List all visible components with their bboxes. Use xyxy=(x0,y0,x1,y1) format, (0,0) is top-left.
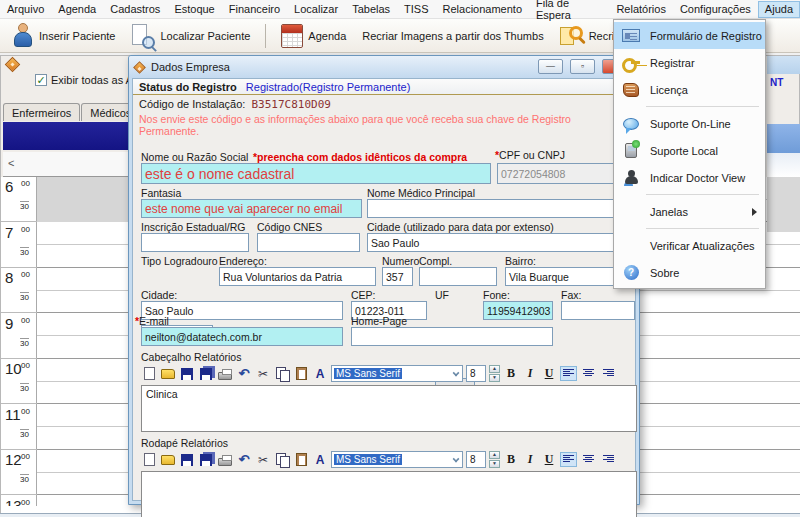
menubar-item-localizar[interactable]: Localizar xyxy=(287,1,345,18)
menu-item-label: Indicar Doctor View xyxy=(650,172,745,184)
paste-icon[interactable] xyxy=(293,452,309,467)
bold-button[interactable]: B xyxy=(503,452,519,467)
underline-button[interactable]: U xyxy=(541,366,557,381)
dialog-title-bar[interactable]: Dados Empresa — ▫ xyxy=(129,56,639,78)
align-center-button[interactable] xyxy=(580,366,597,381)
menubar-item-relatórios[interactable]: Relatórios xyxy=(609,1,673,18)
razao-social-input[interactable]: este é o nome cadastral xyxy=(141,163,491,184)
recreate-images-label: Recriar Imagens a partir dos Thumbs xyxy=(362,30,543,42)
restore-button[interactable]: ▫ xyxy=(570,59,595,74)
cidade-extenso-input[interactable]: Sao Paulo xyxy=(367,233,635,252)
save-icon[interactable] xyxy=(179,452,195,467)
find-patient-button[interactable]: Localizar Paciente xyxy=(125,21,256,51)
new-file-icon[interactable] xyxy=(141,366,157,381)
agenda-right-fade xyxy=(767,153,800,177)
save-all-icon[interactable] xyxy=(198,452,214,467)
menu-item-label: Suporte On-Line xyxy=(650,118,731,130)
compl-input[interactable] xyxy=(419,267,497,286)
align-center-button[interactable] xyxy=(580,452,597,467)
footer-reports-textarea[interactable] xyxy=(141,471,637,517)
menu-item-janelas[interactable]: Janelas xyxy=(614,198,765,225)
print-icon[interactable] xyxy=(217,452,233,467)
menu-item-licenca[interactable]: Licença xyxy=(614,76,765,103)
underline-button[interactable]: U xyxy=(541,452,557,467)
menu-item-suporte-local[interactable]: Suporte Local xyxy=(614,137,765,164)
fax-input[interactable] xyxy=(561,301,635,320)
menubar-item-ajuda[interactable]: Ajuda xyxy=(758,1,800,18)
tab-enfermeiros[interactable]: Enfermeiros xyxy=(3,103,80,121)
cnes-input[interactable] xyxy=(257,233,360,252)
copy-icon[interactable] xyxy=(274,452,290,467)
menu-item-formulario-registro[interactable]: Formulário de Registro xyxy=(614,22,765,49)
menu-bar: ArquivoAgendaCadastrosEstoqueFinanceiroL… xyxy=(0,0,800,19)
bold-button[interactable]: B xyxy=(503,366,519,381)
menubar-item-tiss[interactable]: TISS xyxy=(397,1,435,18)
menu-item-registrar[interactable]: Registrar xyxy=(614,49,765,76)
font-size-spinner[interactable]: ▲▼ xyxy=(489,451,500,468)
numero-input[interactable]: 357 xyxy=(382,267,413,286)
menubar-item-arquivo[interactable]: Arquivo xyxy=(0,1,51,18)
status-value: Registrado(Registro Permanente) xyxy=(246,81,410,93)
time-slot-9: 90030 xyxy=(1,314,37,359)
menubar-item-tabelas[interactable]: Tabelas xyxy=(345,1,397,18)
cep-label: CEP: xyxy=(351,289,376,301)
menubar-item-financeiro[interactable]: Financeiro xyxy=(222,1,287,18)
medico-principal-input[interactable] xyxy=(367,199,635,218)
fone-input[interactable]: 11959412903 xyxy=(483,301,553,320)
homepage-label: Home-Page xyxy=(351,315,407,327)
align-right-button[interactable] xyxy=(600,366,617,381)
endereco-label: Endereço: xyxy=(219,255,267,267)
menu-item-indicar-doctor-view[interactable]: Indicar Doctor View xyxy=(614,164,765,191)
menubar-item-cadastros[interactable]: Cadastros xyxy=(103,1,167,18)
new-file-icon[interactable] xyxy=(141,452,157,467)
undo-icon[interactable]: ↶ xyxy=(236,452,252,467)
header-reports-textarea[interactable]: Clinica xyxy=(141,385,637,432)
align-left-button[interactable] xyxy=(560,366,577,381)
inscricao-input[interactable] xyxy=(141,233,249,252)
installation-code-row: Código de Instalação: B3517C810D09 xyxy=(133,95,635,111)
italic-button[interactable]: I xyxy=(522,366,538,381)
installation-code-value: B3517C810D09 xyxy=(251,98,330,111)
open-folder-icon[interactable] xyxy=(160,452,176,467)
menubar-item-configurações[interactable]: Configurações xyxy=(673,1,758,18)
font-icon[interactable]: A xyxy=(312,366,328,381)
email-input[interactable]: neilton@datatech.com.br xyxy=(141,327,343,346)
open-folder-icon[interactable] xyxy=(160,366,176,381)
back-arrow-button[interactable]: < xyxy=(8,157,14,169)
minimize-button[interactable]: — xyxy=(538,59,563,74)
menubar-item-fila-de-espera[interactable]: Fila de Espera xyxy=(529,1,609,18)
cut-icon[interactable]: ✂ xyxy=(255,366,271,381)
font-select[interactable]: MS Sans Serif xyxy=(331,365,463,382)
menu-item-sobre[interactable]: ? Sobre xyxy=(614,259,765,286)
italic-button[interactable]: I xyxy=(522,452,538,467)
save-all-icon[interactable] xyxy=(198,366,214,381)
insert-patient-button[interactable]: Inserir Paciente xyxy=(6,21,121,51)
menubar-item-agenda[interactable]: Agenda xyxy=(51,1,103,18)
font-icon[interactable]: A xyxy=(312,452,328,467)
checkbox-check-icon[interactable]: ✓ xyxy=(35,74,47,86)
font-size-input[interactable]: 8 xyxy=(466,365,486,382)
menu-separator xyxy=(646,228,759,229)
font-size-spinner[interactable]: ▲▼ xyxy=(489,365,500,382)
align-left-button[interactable] xyxy=(560,452,577,467)
menubar-item-estoque[interactable]: Estoque xyxy=(167,1,221,18)
save-icon[interactable] xyxy=(179,366,195,381)
print-icon[interactable] xyxy=(217,366,233,381)
align-right-button[interactable] xyxy=(600,452,617,467)
copy-icon[interactable] xyxy=(274,366,290,381)
agenda-button[interactable]: Agenda xyxy=(275,22,352,50)
homepage-input[interactable] xyxy=(351,327,553,346)
cidade-input[interactable]: Sao Paulo xyxy=(141,301,343,320)
endereco-input[interactable]: Rua Voluntarios da Patria xyxy=(219,267,376,286)
fantasia-input[interactable]: este nome que vai aparecer no email xyxy=(141,199,362,218)
menu-item-suporte-online[interactable]: Suporte On-Line xyxy=(614,110,765,137)
font-select[interactable]: MS Sans Serif xyxy=(331,451,463,468)
undo-icon[interactable]: ↶ xyxy=(236,366,252,381)
menu-item-verificar-atualizacoes[interactable]: Verificar Atualizações xyxy=(614,232,765,259)
recreate-images-button[interactable]: Recriar Imagens a partir dos Thumbs xyxy=(356,28,549,44)
paste-icon[interactable] xyxy=(293,366,309,381)
time-slot-10: 100030 xyxy=(1,359,37,404)
font-size-input[interactable]: 8 xyxy=(466,451,486,468)
menubar-item-relacionamento[interactable]: Relacionamento xyxy=(436,1,530,18)
cut-icon[interactable]: ✂ xyxy=(255,452,271,467)
